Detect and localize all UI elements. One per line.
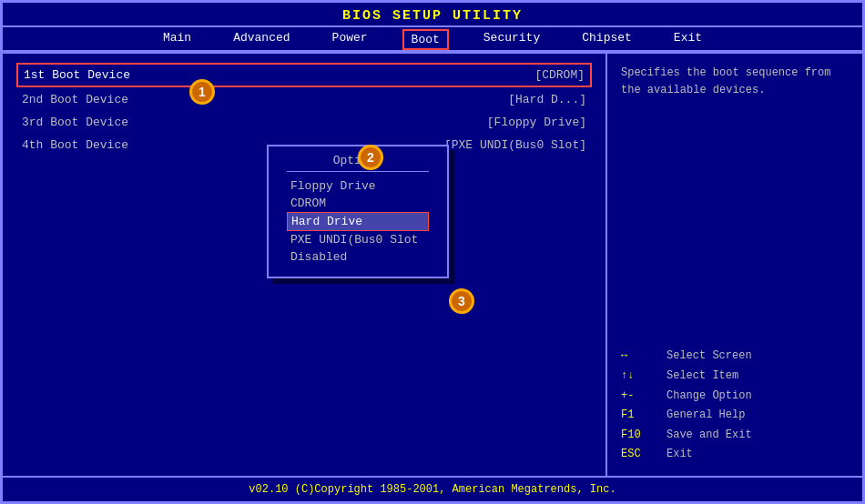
key-plusminus-desc: Change Option — [667, 387, 752, 407]
key-f10: F10 — [621, 426, 657, 446]
annotation-1: 1 — [189, 79, 215, 105]
boot-item-4th-value: [PXE UNDI(Bus0 Slot] — [444, 138, 586, 152]
bios-title: BIOS SETUP UTILITY — [342, 8, 523, 24]
right-panel: Specifies the boot sequence from the ava… — [607, 54, 862, 476]
menu-bar: Main Advanced Power Boot Security Chipse… — [3, 25, 862, 52]
tab-chipset[interactable]: Chipset — [575, 29, 639, 50]
key-row-f10: F10 Save and Exit — [621, 426, 849, 446]
key-row-item: ↑↓ Select Item — [621, 367, 849, 387]
help-text: Specifies the boot sequence from the ava… — [621, 65, 849, 99]
option-cdrom[interactable]: CDROM — [287, 195, 429, 212]
boot-item-3rd[interactable]: 3rd Boot Device [Floppy Drive] — [16, 112, 592, 133]
tab-boot[interactable]: Boot — [402, 29, 449, 50]
key-lr-desc: Select Screen — [667, 347, 752, 367]
tab-advanced[interactable]: Advanced — [226, 29, 297, 50]
boot-item-2nd-name: 2nd Boot Device — [22, 93, 128, 106]
footer-text: v02.10 (C)Copyright 1985-2001, American … — [249, 483, 616, 496]
boot-item-2nd[interactable]: 2nd Boot Device [Hard D...] — [16, 89, 592, 110]
boot-item-1st-value: [CDROM] — [534, 68, 585, 82]
key-plusminus: +- — [621, 387, 657, 407]
key-ud-arrow: ↑↓ — [621, 367, 657, 387]
main-content: 1st Boot Device [CDROM] 2nd Boot Device … — [3, 52, 862, 476]
option-floppy[interactable]: Floppy Drive — [287, 177, 429, 195]
key-list: ↔ Select Screen ↑↓ Select Item +- Change… — [621, 347, 849, 465]
tab-main[interactable]: Main — [156, 29, 198, 50]
key-f1: F1 — [621, 406, 657, 426]
option-pxe[interactable]: PXE UNDI(Bus0 Slot — [287, 231, 429, 248]
key-row-esc: ESC Exit — [621, 445, 849, 465]
boot-item-1st[interactable]: 1st Boot Device [CDROM] — [16, 63, 592, 87]
key-f1-desc: General Help — [667, 406, 745, 426]
key-row-f1: F1 General Help — [621, 406, 849, 426]
annotation-3: 3 — [449, 288, 474, 314]
option-disabled[interactable]: Disabled — [287, 248, 429, 266]
boot-item-2nd-value: [Hard D...] — [508, 93, 586, 106]
key-f10-desc: Save and Exit — [667, 426, 752, 446]
key-ud-desc: Select Item — [667, 367, 738, 387]
dropdown-popup: Options Floppy Drive CDROM Hard Drive PX… — [267, 145, 449, 278]
footer: v02.10 (C)Copyright 1985-2001, American … — [3, 476, 862, 501]
left-panel: 1st Boot Device [CDROM] 2nd Boot Device … — [3, 54, 607, 476]
option-hdd[interactable]: Hard Drive — [287, 212, 429, 231]
key-esc: ESC — [621, 445, 657, 465]
key-esc-desc: Exit — [667, 445, 693, 465]
key-lr-arrow: ↔ — [621, 347, 657, 367]
boot-item-4th-name: 4th Boot Device — [22, 138, 128, 152]
bios-screen: BIOS SETUP UTILITY Main Advanced Power B… — [0, 0, 865, 504]
key-row-option: +- Change Option — [621, 387, 849, 407]
boot-item-3rd-value: [Floppy Drive] — [487, 116, 586, 129]
tab-exit[interactable]: Exit — [667, 29, 709, 50]
tab-power[interactable]: Power — [325, 29, 375, 50]
tab-security[interactable]: Security — [476, 29, 547, 50]
annotation-2: 2 — [358, 145, 383, 170]
boot-item-3rd-name: 3rd Boot Device — [22, 116, 128, 129]
title-bar: BIOS SETUP UTILITY — [3, 3, 862, 25]
boot-item-1st-name: 1st Boot Device — [24, 68, 130, 82]
key-row-screen: ↔ Select Screen — [621, 347, 849, 367]
